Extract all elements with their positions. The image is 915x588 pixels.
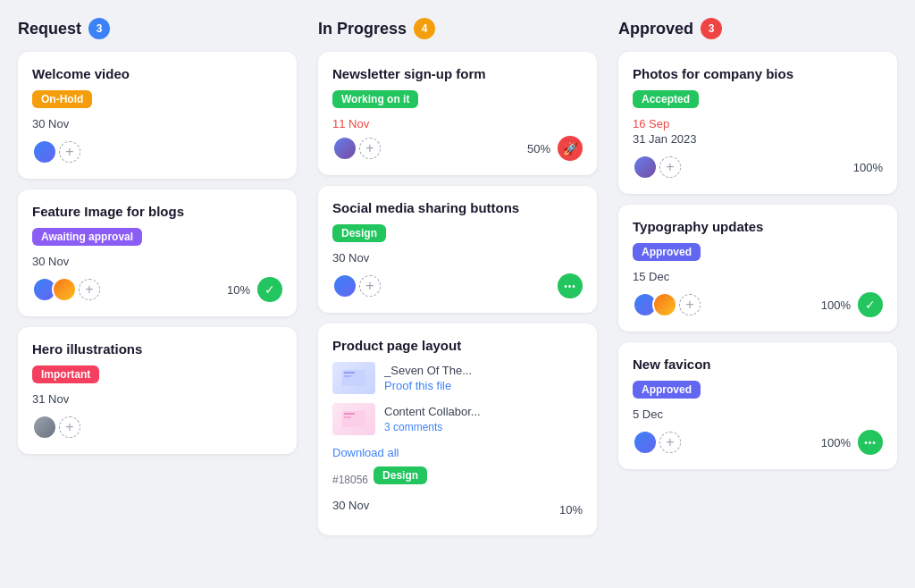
file-info-2: Content Collabor... 3 comments [384,405,583,434]
avatar [52,277,77,302]
column-header-in-progress: In Progress 4 [318,18,597,39]
card-date-product-page: 30 Nov [332,499,369,512]
card-title-newsletter: Newsletter sign-up form [332,66,583,81]
avatars-photos-bios: + [633,155,681,180]
card-date-typography: 15 Dec [633,270,883,283]
tag-approved-favicon: Approved [633,381,701,399]
card-product-page: Product page layout _Seven Of The... Pro… [318,323,597,535]
add-assignee-button[interactable]: + [59,141,80,163]
svg-rect-4 [344,413,355,415]
card-social-media: Social media sharing buttons Design 30 N… [318,186,597,313]
card-footer-product-page: 30 Nov 10% [332,499,583,521]
download-all-link[interactable]: Download all [332,446,399,459]
proof-this-file-link[interactable]: Proof this file [384,379,451,392]
badge-request: 3 [88,18,110,39]
svg-rect-1 [344,372,355,374]
tag-awaiting: Awaiting approval [32,228,142,246]
avatar [332,273,357,298]
card-meta-row: #18056 Design [332,466,583,493]
card-footer-photos-bios: + 100% [633,155,883,180]
file-thumb-1 [332,362,375,394]
add-assignee-button[interactable]: + [359,138,381,159]
card-footer-newsletter: + 50% 🚀 [332,136,583,161]
check-icon: ✓ [858,292,883,317]
card-hero-illustrations: Hero illustrations Important 31 Nov + [18,327,297,454]
column-title-in-progress: In Progress [318,20,407,38]
badge-approved: 3 [701,18,722,39]
card-title-social-media: Social media sharing buttons [332,200,583,215]
percent-typography: 100% [821,298,851,312]
avatars-typography: + [633,292,701,317]
card-title-hero-illustrations: Hero illustrations [32,341,282,357]
tag-working: Working on it [332,90,418,108]
card-feature-image: Feature Image for blogs Awaiting approva… [18,189,297,316]
card-title-photos-bios: Photos for company bios [633,66,883,81]
tag-design: Design [332,224,386,242]
tag-approved-typography: Approved [633,243,701,261]
kanban-board: Request 3 Welcome video On-Hold 30 Nov +… [18,18,897,546]
column-title-approved: Approved [618,20,693,38]
file-row-1: _Seven Of The... Proof this file [332,362,583,394]
avatars-newsletter: + [332,136,381,161]
tag-onhold: On-Hold [32,90,92,108]
percent-feature-image: 10% [227,283,250,297]
tag-accepted: Accepted [633,90,699,108]
card-date-feature-image: 30 Nov [32,255,282,268]
check-icon: ✓ [257,277,282,302]
card-typography: Typography updates Approved 15 Dec + 100… [618,205,897,332]
svg-rect-2 [344,375,351,377]
avatar [32,139,57,164]
tag-important: Important [32,365,99,383]
file-thumb-2 [332,403,375,435]
avatars-favicon: + [633,430,681,455]
avatar [633,155,658,180]
card-date-red-photos: 16 Sep [633,117,883,130]
column-title-request: Request [18,20,81,38]
card-date-hero-illustrations: 31 Nov [32,392,282,406]
card-title-feature-image: Feature Image for blogs [32,204,282,219]
avatars-feature-image: + [32,277,100,302]
card-favicon: New favicon Approved 5 Dec + 100% ••• [618,342,897,469]
column-header-approved: Approved 3 [618,18,897,39]
card-welcome-video: Welcome video On-Hold 30 Nov + [18,52,297,179]
card-footer-typography: + 100% ✓ [633,292,883,317]
dots-icon: ••• [558,273,583,298]
card-title-typography: Typography updates [633,219,883,234]
card-date-social-media: 30 Nov [332,251,583,265]
percent-product-page: 10% [559,503,583,517]
file-row-2: Content Collabor... 3 comments [332,403,583,435]
percent-photos-bios: 100% [853,161,883,174]
column-request: Request 3 Welcome video On-Hold 30 Nov +… [18,18,297,546]
avatars-welcome-video: + [32,139,80,164]
card-footer-social-media: + ••• [332,273,583,298]
column-approved: Approved 3 Photos for company bios Accep… [618,18,897,546]
card-footer-favicon: + 100% ••• [633,430,883,455]
card-date-favicon: 5 Dec [633,407,883,421]
svg-rect-5 [344,416,351,418]
badge-in-progress: 4 [414,18,435,39]
card-title-product-page: Product page layout [332,338,583,353]
avatars-social-media: + [332,273,381,298]
comments-link[interactable]: 3 comments [384,421,442,433]
percent-favicon: 100% [821,436,851,449]
avatar [633,430,658,455]
add-assignee-button[interactable]: + [59,416,80,438]
card-date-red-newsletter: 11 Nov [332,117,583,130]
add-assignee-button[interactable]: + [359,275,381,297]
avatar [332,136,357,161]
card-footer-hero-illustrations: + [32,415,282,440]
file-name-1: _Seven Of The... [384,364,583,377]
add-assignee-button[interactable]: + [79,279,100,300]
percent-newsletter: 50% [527,142,550,155]
card-footer-feature-image: + 10% ✓ [32,277,282,302]
card-title-welcome-video: Welcome video [32,66,282,81]
tag-design-product: Design [374,466,427,484]
card-date-photos: 31 Jan 2023 [633,132,883,146]
file-info-1: _Seven Of The... Proof this file [384,364,583,393]
avatars-hero-illustrations: + [32,415,80,440]
add-assignee-button[interactable]: + [659,156,681,178]
rocket-icon: 🚀 [558,136,583,161]
add-assignee-button[interactable]: + [659,432,681,453]
card-newsletter: Newsletter sign-up form Working on it 11… [318,52,597,175]
add-assignee-button[interactable]: + [679,294,701,315]
